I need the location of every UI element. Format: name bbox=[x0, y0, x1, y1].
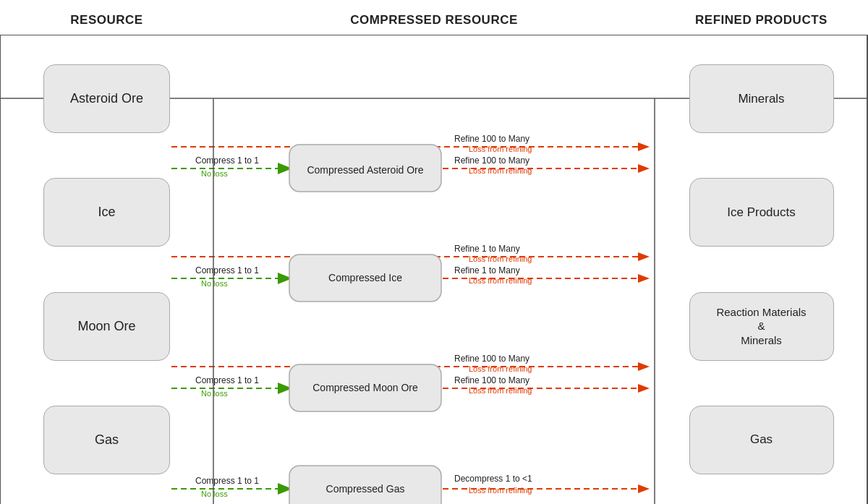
node-ice-products: Ice Products bbox=[689, 178, 834, 247]
header-resource: RESOURCE bbox=[0, 13, 213, 27]
compressed-column bbox=[213, 35, 655, 504]
headers: RESOURCE COMPRESSED RESOURCE REFINED PRO… bbox=[0, 0, 868, 35]
header-compressed: COMPRESSED RESOURCE bbox=[213, 13, 655, 27]
node-ice: Ice bbox=[43, 178, 170, 247]
node-asteroid-ore: Asteroid Ore bbox=[43, 64, 170, 133]
node-moon-ore: Moon Ore bbox=[43, 292, 170, 361]
content: Asteroid Ore Ice Moon Ore Gas Minerals I… bbox=[0, 35, 868, 504]
node-gas: Gas bbox=[43, 406, 170, 474]
header-refined: REFINED PRODUCTS bbox=[655, 13, 868, 27]
node-gas-refined: Gas bbox=[689, 406, 834, 474]
node-minerals: Minerals bbox=[689, 64, 834, 133]
node-reaction-materials: Reaction Materials&Minerals bbox=[689, 292, 834, 361]
diagram: RESOURCE COMPRESSED RESOURCE REFINED PRO… bbox=[0, 0, 868, 504]
resource-column: Asteroid Ore Ice Moon Ore Gas bbox=[0, 35, 213, 504]
refined-column: Minerals Ice Products Reaction Materials… bbox=[655, 35, 868, 504]
